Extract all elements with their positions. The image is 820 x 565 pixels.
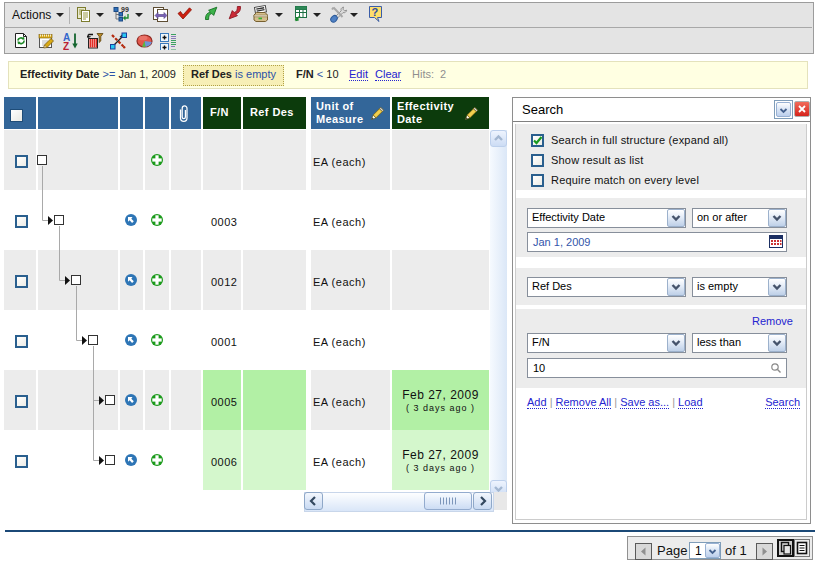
svg-text:?: ? (372, 6, 379, 18)
svg-text:99: 99 (121, 6, 129, 13)
svg-text:Z: Z (63, 41, 69, 51)
